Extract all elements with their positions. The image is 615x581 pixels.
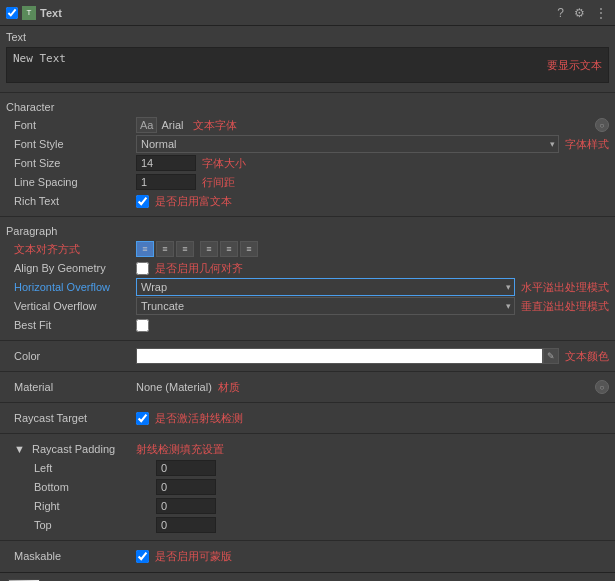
- maskable-row: Maskable 是否启用可蒙版: [6, 547, 609, 565]
- align-bottom-button[interactable]: ≡: [240, 241, 258, 257]
- padding-left-input[interactable]: [156, 460, 216, 476]
- best-fit-row: Best Fit: [6, 316, 609, 334]
- paragraph-label: Paragraph: [6, 222, 609, 239]
- text-area-row: New Text 要显示文本: [6, 47, 609, 83]
- line-spacing-row: Line Spacing 行间距: [6, 173, 609, 191]
- vertical-overflow-dropdown[interactable]: Truncate Overflow: [136, 297, 515, 315]
- font-size-annotation: 字体大小: [202, 156, 246, 171]
- raycast-target-row: Raycast Target 是否激活射线检测: [6, 409, 609, 427]
- font-type-icon: Aa: [136, 117, 157, 133]
- align-geometry-checkbox[interactable]: [136, 262, 149, 275]
- raycast-target-label: Raycast Target: [6, 412, 136, 424]
- best-fit-label: Best Fit: [6, 319, 136, 331]
- font-style-value: Normal Bold Italic Bold Italic 字体样式: [136, 135, 609, 153]
- raycast-padding-toggle[interactable]: ▼: [14, 443, 25, 455]
- horizontal-overflow-value: Wrap Overflow 水平溢出处理模式: [136, 278, 609, 296]
- component-title: Text: [40, 7, 555, 19]
- rich-text-checkbox[interactable]: [136, 195, 149, 208]
- best-fit-checkbox[interactable]: [136, 319, 149, 332]
- padding-left-label: Left: [26, 462, 156, 474]
- align-middle-button[interactable]: ≡: [220, 241, 238, 257]
- horizontal-overflow-label: Horizontal Overflow: [6, 281, 136, 293]
- raycast-padding-label: ▼ Raycast Padding: [6, 443, 136, 455]
- rich-text-annotation: 是否启用富文本: [155, 194, 232, 209]
- maskable-annotation: 是否启用可蒙版: [155, 549, 232, 564]
- more-button[interactable]: ⋮: [593, 6, 609, 20]
- bottom-panel: Default UI Material (Material) Shader UI…: [0, 572, 615, 581]
- line-spacing-value: 行间距: [136, 174, 609, 190]
- alignment-label: 文本对齐方式: [6, 242, 136, 257]
- font-style-label: Font Style: [6, 138, 136, 150]
- maskable-label: Maskable: [6, 550, 136, 562]
- font-label: Font: [6, 119, 136, 131]
- text-input[interactable]: New Text: [7, 48, 541, 82]
- material-name: None (Material): [136, 381, 212, 393]
- vertical-overflow-value: Truncate Overflow 垂直溢出处理模式: [136, 297, 609, 315]
- paragraph-section: Paragraph 文本对齐方式 ≡ ≡ ≡ ≡ ≡ ≡ Align By Ge…: [0, 220, 615, 337]
- text-section: Text New Text 要显示文本: [0, 26, 615, 89]
- padding-right-value: [156, 498, 609, 514]
- padding-top-label: Top: [26, 519, 156, 531]
- maskable-value: 是否启用可蒙版: [136, 549, 609, 564]
- padding-bottom-row: Bottom: [6, 478, 609, 496]
- padding-right-input[interactable]: [156, 498, 216, 514]
- font-style-annotation: 字体样式: [565, 137, 609, 152]
- align-center-button[interactable]: ≡: [156, 241, 174, 257]
- color-swatch[interactable]: [136, 348, 543, 364]
- padding-bottom-label: Bottom: [26, 481, 156, 493]
- component-icon: T: [22, 6, 36, 20]
- raycast-target-value: 是否激活射线检测: [136, 411, 609, 426]
- align-left-button[interactable]: ≡: [136, 241, 154, 257]
- material-label: Material: [6, 381, 136, 393]
- align-top-button[interactable]: ≡: [200, 241, 218, 257]
- color-label: Color: [6, 350, 136, 362]
- horizontal-overflow-dropdown[interactable]: Wrap Overflow: [136, 278, 515, 296]
- align-right-button[interactable]: ≡: [176, 241, 194, 257]
- font-style-dropdown[interactable]: Normal Bold Italic Bold Italic: [136, 135, 559, 153]
- line-spacing-input[interactable]: [136, 174, 196, 190]
- rich-text-label: Rich Text: [6, 195, 136, 207]
- material-row: Material None (Material) 材质 ○: [6, 378, 609, 396]
- vertical-overflow-row: Vertical Overflow Truncate Overflow 垂直溢出…: [6, 297, 609, 315]
- font-size-row: Font Size 字体大小: [6, 154, 609, 172]
- raycast-target-checkbox[interactable]: [136, 412, 149, 425]
- vertical-overflow-dropdown-wrapper: Truncate Overflow: [136, 297, 515, 315]
- color-section: Color ✎ 文本颜色: [0, 344, 615, 368]
- raycast-padding-annotation: 射线检测填充设置: [136, 442, 224, 457]
- font-size-value: 字体大小: [136, 155, 609, 171]
- font-size-input[interactable]: [136, 155, 196, 171]
- font-picker-button[interactable]: ○: [595, 118, 609, 132]
- color-annotation: 文本颜色: [565, 349, 609, 364]
- font-value: Aa Arial 文本字体 ○: [136, 117, 609, 133]
- align-geometry-value: 是否启用几何对齐: [136, 261, 609, 276]
- horizontal-overflow-dropdown-wrapper: Wrap Overflow: [136, 278, 515, 296]
- color-picker-button[interactable]: ✎: [543, 348, 559, 364]
- line-spacing-annotation: 行间距: [202, 175, 235, 190]
- material-section: Material None (Material) 材质 ○: [0, 375, 615, 399]
- settings-button[interactable]: ⚙: [572, 6, 587, 20]
- font-name: Arial: [161, 119, 183, 131]
- color-value: ✎ 文本颜色: [136, 348, 609, 364]
- material-picker-button[interactable]: ○: [595, 380, 609, 394]
- raycast-padding-section: ▼ Raycast Padding 射线检测填充设置 Left Bottom R…: [0, 437, 615, 537]
- padding-top-input[interactable]: [156, 517, 216, 533]
- help-button[interactable]: ?: [555, 6, 566, 20]
- padding-left-row: Left: [6, 459, 609, 477]
- align-geometry-annotation: 是否启用几何对齐: [155, 261, 243, 276]
- padding-right-row: Right: [6, 497, 609, 515]
- character-label: Character: [6, 98, 609, 115]
- maskable-section: Maskable 是否启用可蒙版: [0, 544, 615, 568]
- padding-bottom-input[interactable]: [156, 479, 216, 495]
- line-spacing-label: Line Spacing: [6, 176, 136, 188]
- alignment-value: ≡ ≡ ≡ ≡ ≡ ≡: [136, 241, 609, 257]
- rich-text-value: 是否启用富文本: [136, 194, 609, 209]
- font-row: Font Aa Arial 文本字体 ○: [6, 116, 609, 134]
- raycast-padding-title: Raycast Padding: [32, 443, 115, 455]
- font-style-row: Font Style Normal Bold Italic Bold Itali…: [6, 135, 609, 153]
- font-style-dropdown-wrapper: Normal Bold Italic Bold Italic: [136, 135, 559, 153]
- inspector-header: T Text ? ⚙ ⋮: [0, 0, 615, 26]
- horizontal-overflow-row: Horizontal Overflow Wrap Overflow 水平溢出处理…: [6, 278, 609, 296]
- component-enabled-checkbox[interactable]: [6, 7, 18, 19]
- maskable-checkbox[interactable]: [136, 550, 149, 563]
- component-body: Text New Text 要显示文本 Character Font Aa Ar…: [0, 26, 615, 568]
